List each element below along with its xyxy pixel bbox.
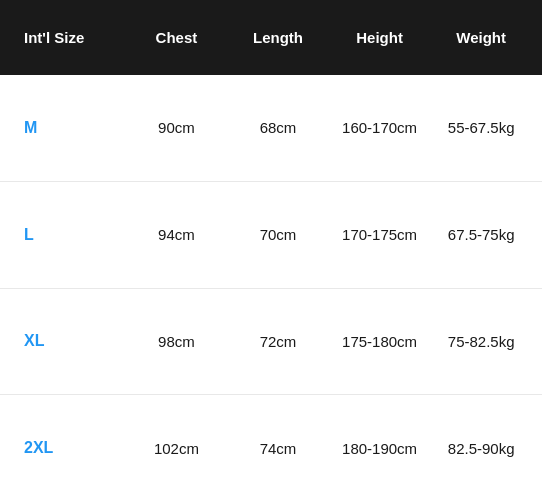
cell-height-xl: 175-180cm <box>329 333 431 350</box>
cell-length-xl: 72cm <box>227 333 329 350</box>
header-height: Height <box>329 29 431 46</box>
cell-weight-l: 67.5-75kg <box>430 226 532 243</box>
cell-weight-m: 55-67.5kg <box>430 119 532 136</box>
header-length: Length <box>227 29 329 46</box>
header-size: Int'l Size <box>10 29 126 46</box>
table-header: Int'l Size Chest Length Height Weight <box>0 0 542 75</box>
cell-weight-2xl: 82.5-90kg <box>430 440 532 457</box>
cell-size-xl: XL <box>10 332 126 350</box>
cell-chest-l: 94cm <box>126 226 228 243</box>
cell-weight-xl: 75-82.5kg <box>430 333 532 350</box>
cell-height-m: 160-170cm <box>329 119 431 136</box>
cell-length-m: 68cm <box>227 119 329 136</box>
cell-chest-2xl: 102cm <box>126 440 228 457</box>
table-body: M 90cm 68cm 160-170cm 55-67.5kg L 94cm 7… <box>0 75 542 501</box>
cell-chest-m: 90cm <box>126 119 228 136</box>
cell-length-l: 70cm <box>227 226 329 243</box>
cell-chest-xl: 98cm <box>126 333 228 350</box>
table-row: L 94cm 70cm 170-175cm 67.5-75kg <box>0 182 542 289</box>
cell-size-l: L <box>10 226 126 244</box>
cell-size-2xl: 2XL <box>10 439 126 457</box>
cell-height-l: 170-175cm <box>329 226 431 243</box>
header-weight: Weight <box>430 29 532 46</box>
table-row: M 90cm 68cm 160-170cm 55-67.5kg <box>0 75 542 182</box>
cell-size-m: M <box>10 119 126 137</box>
size-chart: Int'l Size Chest Length Height Weight M … <box>0 0 542 501</box>
header-chest: Chest <box>126 29 228 46</box>
table-row: 2XL 102cm 74cm 180-190cm 82.5-90kg <box>0 395 542 501</box>
table-row: XL 98cm 72cm 175-180cm 75-82.5kg <box>0 289 542 396</box>
cell-length-2xl: 74cm <box>227 440 329 457</box>
cell-height-2xl: 180-190cm <box>329 440 431 457</box>
